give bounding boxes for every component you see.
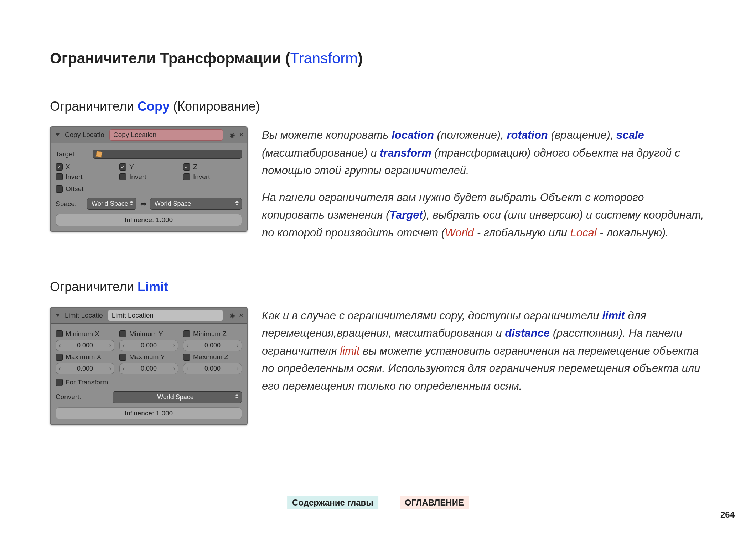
title-close: ): [358, 50, 363, 67]
checkbox-for-transform[interactable]: [56, 379, 63, 386]
max-y-field[interactable]: 0.000: [119, 363, 178, 374]
panel-header: Copy Locatio Copy Location ◉ ✕: [51, 127, 247, 143]
min-z-field[interactable]: 0.000: [183, 340, 242, 351]
space-from-dropdown[interactable]: World Space: [87, 198, 136, 210]
space-label: Space:: [56, 200, 83, 208]
max-x-field[interactable]: 0.000: [56, 363, 114, 374]
limit-description: Как и в случае с ограничителями copy, до…: [262, 307, 706, 404]
close-icon[interactable]: ✕: [239, 131, 244, 139]
checkbox-z[interactable]: ✓: [183, 163, 190, 171]
limit-heading: Ограничители Limit: [50, 279, 706, 294]
influence-slider[interactable]: Influence: 1.000: [56, 214, 242, 226]
title-main: Ограничители Трансформации (: [50, 50, 290, 67]
influence-slider[interactable]: Influence: 1.000: [56, 407, 242, 419]
checkbox-invert-y[interactable]: [119, 173, 126, 180]
constraint-type: Limit Locatio: [65, 312, 103, 319]
target-field[interactable]: [93, 150, 242, 159]
page-number: 264: [720, 510, 735, 520]
eye-icon[interactable]: ◉: [229, 312, 235, 319]
checkbox-x[interactable]: ✓: [56, 163, 63, 171]
checkbox-invert-z[interactable]: [183, 173, 190, 180]
collapse-icon[interactable]: [56, 134, 60, 136]
checkbox-invert-x[interactable]: [56, 173, 63, 180]
chapter-contents-link[interactable]: Содержание главы: [287, 496, 378, 509]
convert-label: Convert:: [56, 393, 109, 401]
checkbox-y[interactable]: ✓: [119, 163, 126, 171]
checkbox-offset[interactable]: [56, 185, 63, 193]
checkbox-min-x[interactable]: [56, 330, 63, 337]
checkbox-min-z[interactable]: [183, 330, 190, 337]
swap-icon: ⇔: [140, 199, 146, 209]
checkbox-max-y[interactable]: [119, 354, 126, 361]
copy-description: Вы можете копировать location (положение…: [262, 126, 706, 251]
constraint-name-field[interactable]: Limit Location: [108, 310, 223, 321]
close-icon[interactable]: ✕: [239, 312, 244, 319]
title-link[interactable]: Transform: [290, 50, 358, 67]
target-label: Target:: [56, 150, 89, 158]
checkbox-max-x[interactable]: [56, 354, 63, 361]
checkbox-min-y[interactable]: [119, 330, 126, 337]
eye-icon[interactable]: ◉: [229, 131, 235, 139]
copy-constraint-panel: Copy Locatio Copy Location ◉ ✕ Target: ✓…: [50, 126, 248, 232]
constraint-type: Copy Locatio: [65, 131, 104, 139]
collapse-icon[interactable]: [56, 314, 60, 317]
page-title: Ограничители Трансформации (Transform): [50, 50, 706, 67]
convert-dropdown[interactable]: World Space: [113, 391, 242, 403]
min-x-field[interactable]: 0.000: [56, 340, 114, 351]
object-icon: [96, 151, 103, 158]
copy-heading: Ограничители Copy (Копирование): [50, 99, 706, 114]
min-y-field[interactable]: 0.000: [119, 340, 178, 351]
space-to-dropdown[interactable]: World Space: [150, 198, 242, 210]
checkbox-max-z[interactable]: [183, 354, 190, 361]
toc-link[interactable]: ОГЛАВЛЕНИЕ: [400, 496, 469, 509]
limit-constraint-panel: Limit Locatio Limit Location ◉ ✕ Minimum…: [50, 307, 248, 425]
constraint-name-field[interactable]: Copy Location: [109, 129, 223, 141]
max-z-field[interactable]: 0.000: [183, 363, 242, 374]
panel-header: Limit Locatio Limit Location ◉ ✕: [51, 308, 247, 324]
footer-nav: Содержание главы ОГЛАВЛЕНИЕ: [287, 496, 469, 509]
